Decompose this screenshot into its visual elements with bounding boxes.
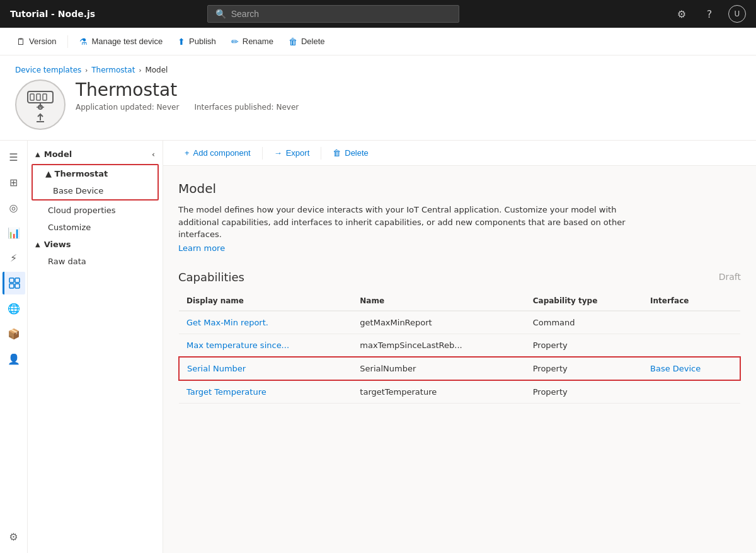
sub-sep-1 [262,147,263,160]
col-name: Name [352,291,525,311]
rail-dashboard-icon[interactable]: ⊞ [3,171,25,194]
cell-name: SerialNumber [352,357,525,380]
learn-more-link[interactable]: Learn more [178,243,741,253]
manage-test-device-button[interactable]: ⚗ Manage test device [73,34,169,49]
rail-rules-icon[interactable]: ⚡ [3,247,25,269]
rail-jobs-icon[interactable]: 📦 [3,322,25,345]
capabilities-header: Capabilities Draft [178,271,741,284]
version-label: Version [29,37,56,46]
cell-capability-type: Property [525,380,643,404]
help-icon[interactable]: ? [701,5,718,23]
delete-content-button[interactable]: 🗑 Delete [326,146,375,160]
avatar[interactable]: U [728,5,746,23]
interfaces-published: Interfaces published: Never [194,103,299,112]
cell-display-name[interactable]: Serial Number [179,357,352,380]
svg-rect-3 [43,94,47,100]
table-row: Max temperature since...maxTempSinceLast… [179,334,740,357]
sidebar: ▲ Model ‹ ▲ Thermostat Base Device Cloud… [28,141,163,553]
upload-svg [34,113,47,123]
thermostat-collapse-icon: ▲ [45,169,55,178]
rail-menu-icon[interactable]: ☰ [3,146,25,168]
collapse-icon: ▲ [35,151,40,158]
rename-icon: ✏ [231,37,239,47]
col-display-name: Display name [179,291,352,311]
cell-interface[interactable]: Base Device [643,357,740,380]
rail-templates-icon[interactable] [3,272,25,294]
cell-capability-type: Command [525,311,643,334]
cell-interface [643,311,740,334]
header-info: Thermostat Application updated: Never In… [76,79,299,112]
rail-settings-icon[interactable]: ⚙ [3,525,25,548]
cell-display-name[interactable]: Max temperature since... [179,334,352,357]
sidebar-views-label: Views [44,240,71,249]
breadcrumb-model: Model [145,66,168,74]
publish-icon: ⬆ [178,37,185,47]
search-icon: 🔍 [215,9,226,19]
main-content: + Add component → Export 🗑 Delete Model … [163,141,756,553]
views-collapse-icon: ▲ [35,241,40,248]
rail-devices-icon[interactable]: ◎ [3,196,25,219]
add-component-button[interactable]: + Add component [178,146,257,160]
table-header: Display name Name Capability type Interf… [179,291,740,311]
rail-analytics-icon[interactable]: 📊 [3,221,25,244]
delete-button[interactable]: 🗑 Delete [282,34,331,49]
svg-rect-9 [9,278,14,282]
table-body: Get Max-Min report.getMaxMinReportComman… [179,311,740,404]
export-button[interactable]: → Export [268,146,316,160]
model-content: Model The model defines how your device … [163,166,756,419]
breadcrumb-thermostat[interactable]: Thermostat [91,66,135,74]
manage-test-icon: ⚗ [79,37,88,47]
table-row: Get Max-Min report.getMaxMinReportComman… [179,311,740,334]
rename-button[interactable]: ✏ Rename [225,34,280,49]
cell-display-name[interactable]: Target Temperature [179,380,352,404]
publish-button[interactable]: ⬆ Publish [171,34,222,49]
delete-icon: 🗑 [289,37,297,47]
sidebar-raw-data[interactable]: Raw data [28,253,163,270]
header-row: Thermostat Application updated: Never In… [15,79,741,130]
sidebar-views-header[interactable]: ▲ Views [28,236,163,253]
version-button[interactable]: 🗒 Version [10,34,62,49]
cell-name: getMaxMinReport [352,311,525,334]
search-input[interactable] [231,9,451,19]
sidebar-base-device[interactable]: Base Device [33,182,158,199]
sidebar-customize[interactable]: Customize [28,219,163,236]
breadcrumb-sep-2: › [139,67,141,74]
header-row: Display name Name Capability type Interf… [179,291,740,311]
svg-rect-10 [15,278,20,282]
sidebar-thermostat[interactable]: ▲ Thermostat [33,165,158,182]
svg-rect-1 [30,94,34,100]
rename-label: Rename [243,37,273,46]
cell-name: targetTemperature [352,380,525,404]
rail-users-icon[interactable]: 👤 [3,347,25,370]
thermostat-svg [25,86,55,112]
model-section-title: Model [178,181,741,196]
topbar-icons: ⚙ ? U [673,5,746,23]
content-header: Device templates › Thermostat › Model T [0,55,756,141]
page-title: Thermostat [76,79,299,100]
rail-iot-icon[interactable]: 🌐 [3,297,25,320]
app-title: Tutorial - Node.js [10,9,95,19]
main-layout: ☰ ⊞ ◎ 📊 ⚡ 🌐 📦 👤 ⚙ ▲ Model ‹ ▲ Thermos [0,141,756,553]
cell-display-name[interactable]: Get Max-Min report. [179,311,352,334]
sidebar-cloud-properties[interactable]: Cloud properties [28,202,163,219]
capabilities-title: Capabilities [178,271,244,284]
delete-content-icon: 🗑 [333,148,341,158]
settings-icon[interactable]: ⚙ [673,5,690,23]
svg-rect-2 [37,94,40,100]
model-description: The model defines how your device intera… [178,204,632,241]
add-icon: + [185,148,190,158]
icon-rail: ☰ ⊞ ◎ 📊 ⚡ 🌐 📦 👤 ⚙ [0,141,28,553]
sidebar-model-header[interactable]: ▲ Model ‹ [28,146,163,163]
table-row: Serial NumberSerialNumberPropertyBase De… [179,357,740,380]
breadcrumb-device-templates[interactable]: Device templates [15,66,81,74]
draft-badge: Draft [719,272,741,282]
version-icon: 🗒 [16,37,25,47]
table-row: Target TemperaturetargetTemperaturePrope… [179,380,740,404]
cell-interface [643,334,740,357]
templates-svg [9,277,20,289]
commandbar: 🗒 Version ⚗ Manage test device ⬆ Publish… [0,28,756,55]
publish-label: Publish [189,37,216,46]
search-bar[interactable]: 🔍 [207,5,459,23]
collapse-right-icon[interactable]: ‹ [152,150,155,159]
sub-commandbar: + Add component → Export 🗑 Delete [163,141,756,166]
